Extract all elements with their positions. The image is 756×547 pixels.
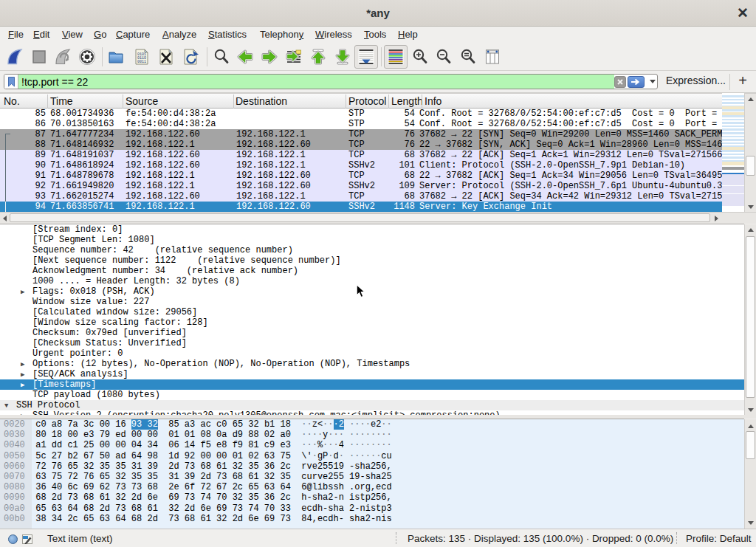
- svg-text:0011: 0011: [137, 60, 146, 64]
